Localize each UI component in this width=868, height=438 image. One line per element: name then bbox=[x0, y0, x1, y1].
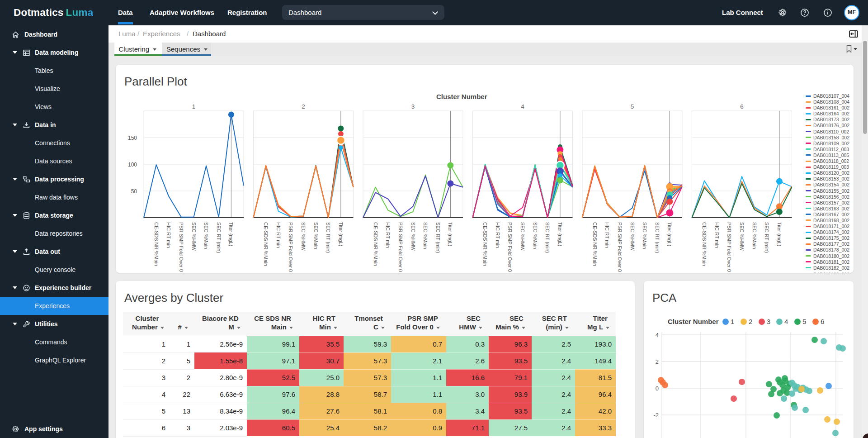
svg-text:2: 2 bbox=[302, 103, 305, 110]
svg-text:PSR SMP Fold Over 0: PSR SMP Fold Over 0 bbox=[288, 222, 293, 272]
svg-text:PSR SMP Fold Over 0: PSR SMP Fold Over 0 bbox=[179, 222, 184, 272]
svg-text:150: 150 bbox=[128, 135, 137, 141]
svg-text:CE-SDS NR %Main: CE-SDS NR %Main bbox=[592, 222, 598, 266]
svg-text:SEC RT (min): SEC RT (min) bbox=[764, 222, 769, 253]
svg-text:50: 50 bbox=[131, 188, 137, 195]
svg-text:HIC RT min: HIC RT min bbox=[385, 222, 391, 248]
svg-text:100: 100 bbox=[128, 162, 137, 168]
svg-text:Titer (mgL): Titer (mgL) bbox=[228, 222, 234, 246]
svg-text:SEC RT (min): SEC RT (min) bbox=[216, 222, 222, 253]
svg-text:3: 3 bbox=[411, 103, 415, 110]
svg-text:SEC RT (min): SEC RT (min) bbox=[655, 222, 660, 253]
svg-text:HIC RT min: HIC RT min bbox=[604, 222, 610, 248]
svg-text:5: 5 bbox=[631, 103, 634, 110]
svg-text:SEC %Main: SEC %Main bbox=[752, 222, 757, 249]
svg-text:SEC %Main: SEC %Main bbox=[533, 222, 538, 249]
svg-text:PSR SMP Fold Over 0: PSR SMP Fold Over 0 bbox=[398, 222, 403, 272]
svg-text:Titer (mgL): Titer (mgL) bbox=[338, 222, 344, 246]
svg-text:SEC %HMW: SEC %HMW bbox=[739, 222, 745, 251]
svg-text:SEC %HMW: SEC %HMW bbox=[630, 222, 635, 251]
svg-text:SEC %HMW: SEC %HMW bbox=[301, 222, 306, 251]
svg-text:Titer (mgL): Titer (mgL) bbox=[667, 222, 672, 246]
svg-text:SEC %Main: SEC %Main bbox=[423, 222, 428, 249]
svg-text:CE-SDS NR %Main: CE-SDS NR %Main bbox=[482, 222, 488, 266]
svg-text:SEC %Main: SEC %Main bbox=[313, 222, 319, 249]
svg-text:SEC RT (min): SEC RT (min) bbox=[545, 222, 550, 253]
svg-text:PSR SMP Fold Over 0: PSR SMP Fold Over 0 bbox=[507, 222, 513, 272]
svg-text:0: 0 bbox=[656, 385, 659, 392]
svg-text:CE-SDS NR %Main: CE-SDS NR %Main bbox=[373, 222, 378, 266]
svg-text:SEC %Main: SEC %Main bbox=[642, 222, 647, 249]
svg-text:CE-SDS NR %Main: CE-SDS NR %Main bbox=[263, 222, 269, 266]
svg-text:HIC RT min: HIC RT min bbox=[495, 222, 500, 248]
svg-text:PSR SMP Fold Over 0: PSR SMP Fold Over 0 bbox=[726, 222, 732, 272]
svg-text:Titer (mgL): Titer (mgL) bbox=[448, 222, 453, 246]
svg-text:4: 4 bbox=[521, 103, 524, 110]
svg-text:Titer (mgL): Titer (mgL) bbox=[557, 222, 563, 246]
svg-text:HIC RT min: HIC RT min bbox=[166, 222, 171, 248]
svg-text:SEC %HMW: SEC %HMW bbox=[410, 222, 416, 251]
svg-text:CE-SDS NR %Main: CE-SDS NR %Main bbox=[702, 222, 707, 266]
svg-text:6: 6 bbox=[740, 103, 744, 110]
svg-text:4: 4 bbox=[656, 332, 659, 338]
svg-text:2: 2 bbox=[656, 358, 659, 365]
svg-text:-2: -2 bbox=[653, 412, 659, 419]
svg-text:SEC RT (min): SEC RT (min) bbox=[435, 222, 441, 253]
svg-text:SEC %HMW: SEC %HMW bbox=[191, 222, 197, 251]
svg-text:CE-SDS NR %Main: CE-SDS NR %Main bbox=[154, 222, 159, 266]
svg-text:SEC %HMW: SEC %HMW bbox=[520, 222, 525, 251]
svg-text:PSR SMP Fold Over 0: PSR SMP Fold Over 0 bbox=[617, 222, 623, 272]
svg-text:SEC RT (min): SEC RT (min) bbox=[326, 222, 331, 253]
svg-text:HIC RT min: HIC RT min bbox=[276, 222, 281, 248]
svg-text:SEC %Main: SEC %Main bbox=[203, 222, 209, 249]
svg-text:1: 1 bbox=[192, 103, 196, 110]
svg-text:Titer (mgL): Titer (mgL) bbox=[777, 222, 782, 246]
svg-text:HIC RT min: HIC RT min bbox=[714, 222, 720, 248]
